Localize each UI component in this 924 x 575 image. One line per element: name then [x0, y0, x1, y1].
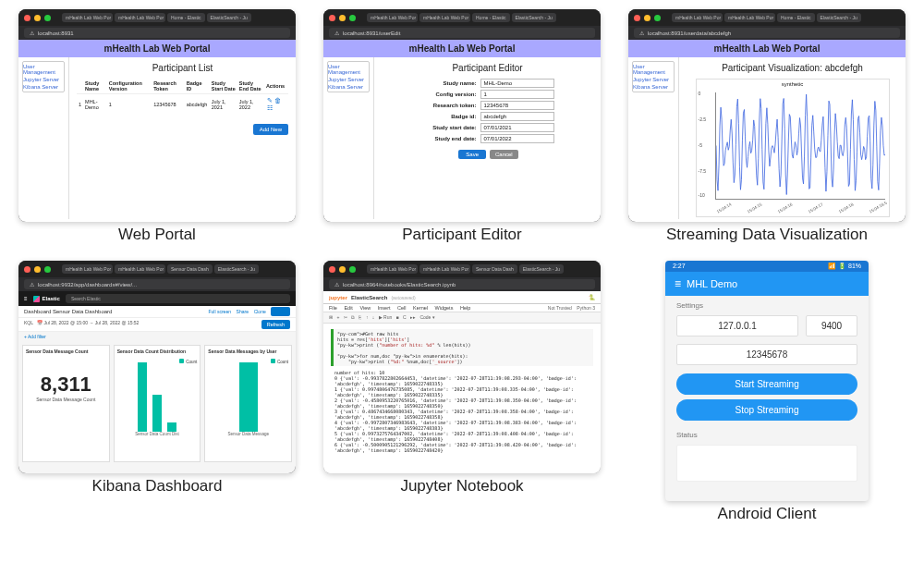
tool-stop[interactable]: ■: [396, 314, 399, 320]
menu-help[interactable]: Help: [460, 305, 470, 311]
search-input[interactable]: Search Elastic: [66, 294, 290, 303]
menu-kernel[interactable]: Kernel: [413, 305, 428, 311]
maximize-icon[interactable]: [349, 15, 356, 21]
close-icon[interactable]: [24, 15, 30, 21]
hamburger-icon[interactable]: ≡: [675, 277, 681, 290]
tool-ff[interactable]: ▸▸: [410, 314, 416, 320]
trusted-label[interactable]: Not Trusted: [548, 305, 572, 311]
input-badge-id[interactable]: abcdefgh: [480, 112, 554, 121]
address-bar[interactable]: ⚠localhost:8964/notebooks/ElasticSearch.…: [329, 279, 595, 289]
notebook-title[interactable]: ElasticSearch: [351, 295, 387, 300]
browser-tab[interactable]: mHealth Lab Web Por: [62, 264, 113, 274]
start-streaming-button[interactable]: Start Streaming: [676, 373, 857, 395]
menu-icon[interactable]: ≡: [24, 296, 28, 301]
cancel-button[interactable]: Cancel: [490, 150, 518, 159]
browser-tab[interactable]: mHealth Lab Web Por: [672, 13, 723, 22]
tool-restart[interactable]: C: [403, 314, 407, 320]
port-input[interactable]: 9400: [806, 315, 857, 336]
refresh-button[interactable]: Refresh: [261, 320, 290, 329]
address-bar[interactable]: ⚠localhost:8931/userEdit: [329, 28, 595, 38]
browser-tab[interactable]: ElasticSearch - Ju: [512, 13, 556, 22]
browser-tab[interactable]: mHealth Lab Web Por: [367, 264, 418, 274]
maximize-icon[interactable]: [654, 15, 661, 21]
close-icon[interactable]: [329, 15, 335, 21]
tool-copy[interactable]: ⧉: [351, 314, 355, 320]
minimize-icon[interactable]: [339, 266, 346, 273]
nav-user-management[interactable]: User Management: [328, 63, 369, 76]
close-icon[interactable]: [24, 266, 30, 273]
code-cell[interactable]: "py-com">#Get raw hits hits = res['hits'…: [331, 329, 593, 366]
browser-tab[interactable]: ElasticSearch - Ju: [519, 264, 564, 274]
menu-edit[interactable]: Edit: [344, 305, 352, 311]
edit-icon[interactable]: ✎: [267, 97, 273, 104]
nav-jupyter-server[interactable]: Jupyter Server: [23, 76, 64, 83]
address-bar[interactable]: ⚠localhost:9932/app/dashboards#/view/...: [24, 279, 290, 289]
input-research-token[interactable]: 12345678: [480, 101, 554, 110]
save-button[interactable]: Save: [458, 150, 486, 159]
add-filter-link[interactable]: + Add filter: [18, 332, 296, 341]
browser-tab[interactable]: mHealth Lab Web Por: [367, 13, 418, 22]
input-end-date[interactable]: 07/01/2022: [480, 134, 554, 143]
share-link[interactable]: Share: [237, 309, 249, 314]
minimize-icon[interactable]: [34, 266, 41, 273]
edit-button[interactable]: Edit: [271, 307, 290, 316]
browser-tab[interactable]: mHealth Lab Web Por: [115, 13, 165, 22]
browser-tab[interactable]: ElasticSearch - Ju: [214, 264, 259, 274]
nav-user-management[interactable]: User Management: [633, 63, 674, 76]
menu-view[interactable]: View: [359, 305, 371, 311]
nav-jupyter-server[interactable]: Jupyter Server: [328, 76, 369, 83]
tool-save[interactable]: ⊞: [329, 314, 333, 320]
token-input[interactable]: 12345678: [676, 344, 857, 365]
browser-tab[interactable]: Sensor Data Dash: [472, 264, 517, 274]
maximize-icon[interactable]: [44, 15, 51, 21]
maximize-icon[interactable]: [349, 266, 356, 273]
menu-insert[interactable]: Insert: [378, 305, 391, 311]
menu-cell[interactable]: Cell: [397, 305, 406, 311]
tool-celltype[interactable]: Code ▾: [419, 314, 434, 320]
input-config-version[interactable]: 1: [480, 90, 554, 99]
browser-tab[interactable]: Home - Elastic: [777, 13, 815, 22]
time-range[interactable]: Jul 28, 2022 @ 15:00 → Jul 28, 2022 @ 15…: [43, 320, 139, 325]
nav-user-management[interactable]: User Management: [23, 63, 64, 76]
input-study-name[interactable]: MHL-Demo: [480, 79, 554, 88]
address-bar[interactable]: ⚠localhost:8931: [24, 28, 290, 38]
delete-icon[interactable]: 🗑: [274, 97, 281, 104]
browser-tab[interactable]: mHealth Lab Web Por: [115, 264, 165, 274]
browser-tab[interactable]: mHealth Lab Web Por: [419, 13, 470, 22]
kernel-label[interactable]: Python 3: [577, 305, 595, 311]
nav-jupyter-server[interactable]: Jupyter Server: [633, 76, 674, 83]
nav-kibana-server[interactable]: Kibana Server: [328, 83, 369, 91]
browser-tab[interactable]: mHealth Lab Web Por: [724, 13, 775, 22]
menu-widgets[interactable]: Widgets: [435, 305, 454, 311]
tool-cut[interactable]: ✂: [344, 314, 347, 320]
browser-tab[interactable]: Home - Elastic: [472, 13, 510, 22]
minimize-icon[interactable]: [644, 15, 650, 21]
maximize-icon[interactable]: [44, 266, 51, 273]
minimize-icon[interactable]: [34, 15, 41, 21]
tool-add[interactable]: +: [336, 314, 339, 320]
close-icon[interactable]: [329, 266, 335, 273]
view-icon[interactable]: ☷: [267, 104, 273, 111]
browser-tab[interactable]: mHealth Lab Web Por: [62, 13, 113, 22]
close-icon[interactable]: [634, 15, 640, 21]
minimize-icon[interactable]: [339, 15, 346, 21]
browser-tab[interactable]: ElasticSearch - Ju: [207, 13, 251, 22]
browser-tab[interactable]: Home - Elastic: [167, 13, 205, 22]
kql-label[interactable]: KQL: [24, 320, 33, 325]
browser-tab[interactable]: Sensor Data Dash: [167, 264, 213, 274]
menu-file[interactable]: File: [329, 305, 337, 311]
clone-link[interactable]: Clone: [254, 309, 266, 314]
tool-paste[interactable]: ⎘: [359, 314, 361, 320]
browser-tab[interactable]: mHealth Lab Web Por: [419, 264, 470, 274]
ip-input[interactable]: 127.0.0.1: [676, 315, 798, 336]
address-bar[interactable]: ⚠localhost:8931/userdata/abcdefgh: [634, 28, 900, 38]
tool-run[interactable]: ▶ Run: [379, 314, 393, 320]
input-start-date[interactable]: 07/01/2021: [480, 123, 554, 132]
add-new-button[interactable]: Add New: [253, 124, 288, 135]
nav-kibana-server[interactable]: Kibana Server: [23, 83, 64, 91]
stop-streaming-button[interactable]: Stop Streaming: [676, 399, 857, 421]
tool-down[interactable]: ↓: [372, 314, 375, 320]
fullscreen-link[interactable]: Full screen: [208, 309, 230, 314]
browser-tab[interactable]: ElasticSearch - Ju: [817, 13, 861, 22]
nav-kibana-server[interactable]: Kibana Server: [633, 83, 674, 91]
